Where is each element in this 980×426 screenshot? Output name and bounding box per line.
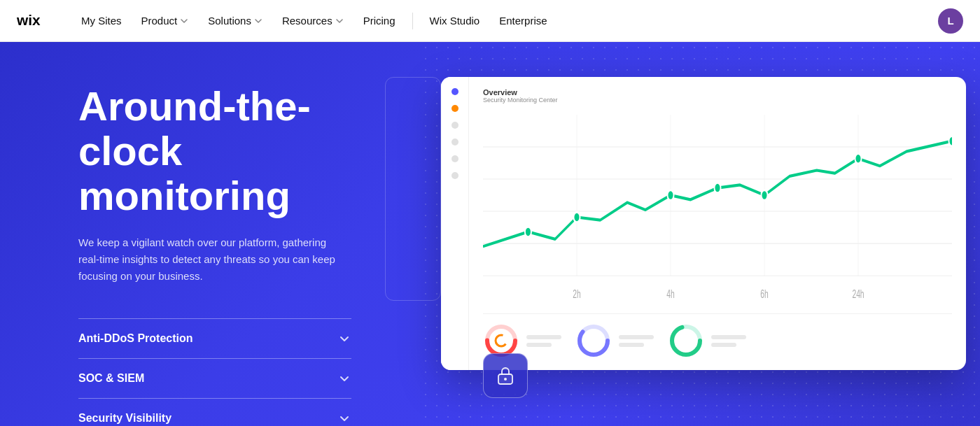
user-avatar[interactable]: L: [938, 8, 963, 34]
hero-section: Around-the-clock monitoring We keep a vi…: [0, 42, 980, 426]
product-chevron-icon: [180, 17, 188, 25]
svg-point-24: [496, 335, 507, 346]
hero-right: DDoS AntiDDoS: [385, 42, 980, 426]
solutions-chevron-icon: [254, 17, 262, 25]
nav-wix-studio[interactable]: Wix Studio: [421, 9, 489, 32]
chart-area: 2h 4h 6h 24h: [483, 115, 952, 305]
nav-enterprise[interactable]: Enterprise: [491, 9, 555, 32]
metric-cy1: [575, 322, 654, 359]
dash-main: Overview Security Monitoring Center: [469, 77, 966, 370]
nav-solutions[interactable]: Solutions: [200, 9, 271, 32]
svg-point-11: [525, 227, 531, 237]
metric-line-5: [711, 335, 746, 339]
accordion-item-soc[interactable]: SOC & SIEM: [78, 358, 351, 398]
dash-sidebar-dot-orange: [451, 105, 458, 112]
accordion-header-antiddos: Anti-DDoS Protection: [78, 332, 351, 346]
metric-lines-cy2: [711, 335, 746, 347]
metric-line-6: [711, 343, 736, 347]
accordion-chevron-soc-icon: [337, 371, 351, 385]
svg-point-14: [714, 183, 720, 193]
metric-line-1: [526, 335, 561, 339]
nav-my-sites[interactable]: My Sites: [73, 9, 130, 32]
nav-right: L: [938, 8, 963, 34]
line-chart: 2h 4h 6h 24h: [483, 115, 952, 305]
navbar: wix My Sites Product Solutions Resources…: [0, 0, 980, 42]
dash-sidebar-dot-1: [451, 122, 458, 129]
dash-sidebar-dot-4: [451, 172, 458, 179]
nav-links: My Sites Product Solutions Resources Pri…: [73, 9, 938, 32]
svg-point-12: [573, 212, 580, 222]
dash-sidebar-dot-active: [451, 88, 458, 95]
accordion-label-antiddos: Anti-DDoS Protection: [78, 332, 193, 345]
nav-resources[interactable]: Resources: [274, 9, 352, 32]
svg-text:4h: 4h: [666, 287, 674, 300]
deco-left-panel: [385, 77, 441, 301]
svg-point-17: [948, 136, 952, 146]
dash-sidebar-dot-2: [451, 139, 458, 145]
lock-badge: [483, 353, 528, 398]
nav-product[interactable]: Product: [133, 9, 197, 32]
wix-logo[interactable]: wix: [17, 11, 50, 31]
accordion-item-visibility[interactable]: Security Visibility: [78, 398, 351, 426]
nav-divider: [412, 13, 413, 29]
svg-point-15: [761, 190, 767, 201]
accordion-chevron-antiddos-icon: [337, 332, 351, 346]
dash-overview-label: Overview: [483, 88, 558, 97]
hero-description: We keep a vigilant watch over our platfo…: [78, 234, 343, 285]
metric-line-4: [619, 343, 644, 347]
svg-text:6h: 6h: [760, 287, 768, 300]
metric-line-2: [526, 343, 552, 347]
metric-lines-encrypted: [526, 335, 561, 347]
svg-point-13: [667, 190, 673, 201]
metric-lines-cy1: [619, 335, 654, 347]
accordion-header-visibility: Security Visibility: [78, 411, 351, 425]
dashboard-card: Overview Security Monitoring Center: [441, 77, 966, 370]
metric-line-3: [619, 335, 654, 339]
metrics-row: [483, 313, 952, 359]
svg-text:wix: wix: [17, 12, 41, 28]
accordion-label-soc: SOC & SIEM: [78, 372, 144, 385]
svg-text:24h: 24h: [852, 287, 864, 300]
svg-point-30: [504, 378, 507, 381]
resources-chevron-icon: [335, 17, 344, 25]
hero-left: Around-the-clock monitoring We keep a vi…: [0, 42, 385, 426]
accordion-item-antiddos[interactable]: Anti-DDoS Protection: [78, 318, 351, 358]
accordion-label-visibility: Security Visibility: [78, 412, 172, 425]
metric-cy2: [668, 322, 746, 359]
dash-card-header: Overview Security Monitoring Center: [483, 88, 952, 104]
dash-sidebar: [441, 77, 469, 370]
nav-pricing[interactable]: Pricing: [355, 9, 404, 32]
dash-subtitle: Security Monitoring Center: [483, 97, 558, 104]
accordion-list: Anti-DDoS Protection SOC & SIEM Security…: [78, 318, 351, 426]
dash-sidebar-dot-3: [451, 155, 458, 162]
accordion-chevron-visibility-icon: [337, 411, 351, 425]
accordion-header-soc: SOC & SIEM: [78, 371, 351, 385]
donut-cy2: [668, 322, 704, 359]
svg-text:2h: 2h: [573, 287, 580, 300]
donut-cy1: [575, 322, 612, 359]
svg-point-16: [855, 153, 861, 164]
lock-icon: [496, 364, 515, 387]
hero-title: Around-the-clock monitoring: [78, 84, 343, 218]
